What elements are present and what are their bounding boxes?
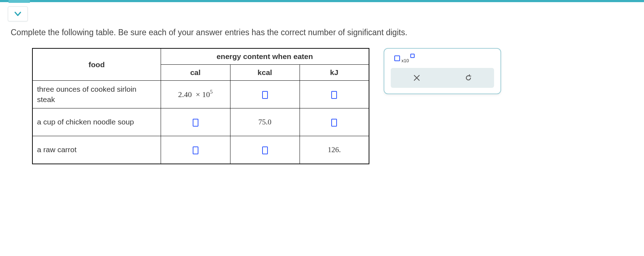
progress-indicator <box>9 0 30 3</box>
cell-kcal-given: 75.0 <box>230 108 300 136</box>
chevron-down-icon <box>13 9 22 18</box>
energy-table: food energy content when eaten cal kcal … <box>32 48 369 164</box>
energy-header: energy content when eaten <box>161 48 369 65</box>
reset-button[interactable] <box>447 70 490 86</box>
cell-kj-given: 126. <box>300 136 369 164</box>
answer-input[interactable] <box>331 119 337 127</box>
answer-input[interactable] <box>193 146 198 154</box>
food-cell: a cup of chicken noodle soup <box>32 108 161 136</box>
tool-panel: x10 <box>384 48 501 94</box>
exponent-placeholder-icon <box>410 54 415 58</box>
undo-icon <box>464 74 473 82</box>
answer-input[interactable] <box>262 91 268 99</box>
answer-input[interactable] <box>262 146 268 154</box>
tool-button-row <box>391 68 494 88</box>
col-kcal-header: kcal <box>230 65 300 81</box>
sci-coefficient: 2.40 <box>178 90 192 99</box>
x10-label: x10 <box>401 58 409 63</box>
answer-input[interactable] <box>331 91 337 99</box>
clear-button[interactable] <box>395 70 438 86</box>
top-accent-bar <box>0 0 644 2</box>
sci-exponent: 5 <box>210 89 213 95</box>
food-cell: three ounces of cooked sirloin steak <box>32 81 161 108</box>
table-row: three ounces of cooked sirloin steak 2.4… <box>32 81 369 108</box>
table-row: a cup of chicken noodle soup 75.0 <box>32 108 369 136</box>
cell-cal-given: 2.40 × 105 <box>161 81 230 108</box>
col-cal-header: cal <box>161 65 230 81</box>
food-header: food <box>32 48 161 81</box>
collapse-button[interactable] <box>8 6 28 21</box>
col-kj-header: kJ <box>300 65 369 81</box>
food-cell: a raw carrot <box>32 136 161 164</box>
answer-input[interactable] <box>193 119 198 127</box>
scientific-notation-tool[interactable]: x10 <box>394 54 494 63</box>
close-icon <box>412 74 421 82</box>
instruction-text: Complete the following table. Be sure ea… <box>11 28 644 37</box>
table-row: a raw carrot 126. <box>32 136 369 164</box>
coefficient-placeholder-icon <box>394 55 400 61</box>
